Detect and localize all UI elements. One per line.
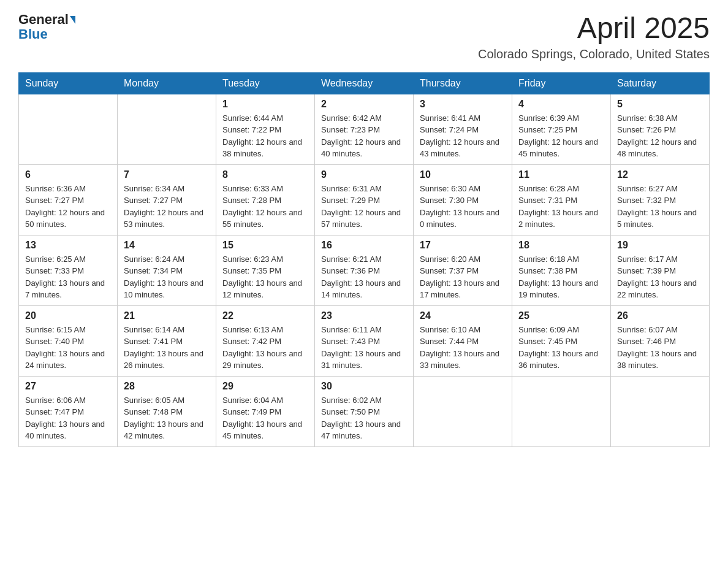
day-number: 28 [124, 381, 210, 392]
day-info: Sunrise: 6:06 AMSunset: 7:47 PMDaylight:… [25, 394, 111, 442]
day-info: Sunrise: 6:27 AMSunset: 7:32 PMDaylight:… [617, 183, 703, 231]
day-info: Sunrise: 6:04 AMSunset: 7:49 PMDaylight:… [222, 394, 308, 442]
calendar-cell [414, 376, 512, 446]
day-info: Sunrise: 6:34 AMSunset: 7:27 PMDaylight:… [124, 183, 210, 231]
day-info: Sunrise: 6:09 AMSunset: 7:45 PMDaylight:… [518, 324, 604, 372]
calendar-cell: 1Sunrise: 6:44 AMSunset: 7:22 PMDaylight… [216, 94, 315, 164]
day-number: 2 [321, 99, 407, 110]
day-number: 3 [420, 99, 506, 110]
calendar-cell: 20Sunrise: 6:15 AMSunset: 7:40 PMDayligh… [19, 305, 118, 376]
day-number: 6 [25, 169, 111, 180]
calendar-cell: 23Sunrise: 6:11 AMSunset: 7:43 PMDayligh… [315, 305, 414, 376]
day-number: 14 [124, 240, 210, 251]
calendar-cell: 25Sunrise: 6:09 AMSunset: 7:45 PMDayligh… [512, 305, 611, 376]
day-info: Sunrise: 6:33 AMSunset: 7:28 PMDaylight:… [222, 183, 308, 231]
day-info: Sunrise: 6:02 AMSunset: 7:50 PMDaylight:… [321, 394, 407, 442]
calendar-cell: 2Sunrise: 6:42 AMSunset: 7:23 PMDaylight… [315, 94, 414, 164]
col-header-monday: Monday [118, 72, 216, 94]
day-number: 11 [518, 169, 604, 180]
day-info: Sunrise: 6:20 AMSunset: 7:37 PMDaylight:… [420, 253, 506, 301]
calendar-cell: 26Sunrise: 6:07 AMSunset: 7:46 PMDayligh… [611, 305, 710, 376]
day-number: 10 [420, 169, 506, 180]
calendar-week-row: 20Sunrise: 6:15 AMSunset: 7:40 PMDayligh… [19, 305, 710, 376]
col-header-sunday: Sunday [19, 72, 118, 94]
day-number: 13 [25, 240, 111, 251]
calendar-cell: 27Sunrise: 6:06 AMSunset: 7:47 PMDayligh… [19, 376, 118, 446]
day-number: 16 [321, 240, 407, 251]
day-number: 5 [617, 99, 703, 110]
calendar-cell: 8Sunrise: 6:33 AMSunset: 7:28 PMDaylight… [216, 164, 315, 235]
day-number: 27 [25, 381, 111, 392]
day-info: Sunrise: 6:17 AMSunset: 7:39 PMDaylight:… [617, 253, 703, 301]
day-info: Sunrise: 6:13 AMSunset: 7:42 PMDaylight:… [222, 324, 308, 372]
day-info: Sunrise: 6:24 AMSunset: 7:34 PMDaylight:… [124, 253, 210, 301]
calendar-week-row: 6Sunrise: 6:36 AMSunset: 7:27 PMDaylight… [19, 164, 710, 235]
day-info: Sunrise: 6:18 AMSunset: 7:38 PMDaylight:… [518, 253, 604, 301]
day-info: Sunrise: 6:25 AMSunset: 7:33 PMDaylight:… [25, 253, 111, 301]
col-header-friday: Friday [512, 72, 611, 94]
calendar-header-row: SundayMondayTuesdayWednesdayThursdayFrid… [19, 72, 710, 94]
calendar-week-row: 13Sunrise: 6:25 AMSunset: 7:33 PMDayligh… [19, 235, 710, 305]
calendar-cell: 18Sunrise: 6:18 AMSunset: 7:38 PMDayligh… [512, 235, 611, 305]
calendar-cell: 21Sunrise: 6:14 AMSunset: 7:41 PMDayligh… [118, 305, 216, 376]
calendar-cell: 17Sunrise: 6:20 AMSunset: 7:37 PMDayligh… [414, 235, 512, 305]
calendar-table: SundayMondayTuesdayWednesdayThursdayFrid… [18, 72, 710, 447]
month-title: April 2025 [478, 12, 710, 45]
day-number: 9 [321, 169, 407, 180]
calendar-cell [611, 376, 710, 446]
header-right: April 2025 Colorado Springs, Colorado, U… [478, 12, 710, 61]
day-number: 23 [321, 310, 407, 321]
day-info: Sunrise: 6:30 AMSunset: 7:30 PMDaylight:… [420, 183, 506, 231]
day-info: Sunrise: 6:28 AMSunset: 7:31 PMDaylight:… [518, 183, 604, 231]
day-number: 25 [518, 310, 604, 321]
calendar-week-row: 1Sunrise: 6:44 AMSunset: 7:22 PMDaylight… [19, 94, 710, 164]
location-text: Colorado Springs, Colorado, United State… [478, 47, 710, 61]
day-info: Sunrise: 6:39 AMSunset: 7:25 PMDaylight:… [518, 112, 604, 160]
col-header-thursday: Thursday [414, 72, 512, 94]
logo-triangle-icon [70, 16, 75, 24]
day-number: 29 [222, 381, 308, 392]
day-info: Sunrise: 6:10 AMSunset: 7:44 PMDaylight:… [420, 324, 506, 372]
day-info: Sunrise: 6:23 AMSunset: 7:35 PMDaylight:… [222, 253, 308, 301]
calendar-cell: 3Sunrise: 6:41 AMSunset: 7:24 PMDaylight… [414, 94, 512, 164]
col-header-wednesday: Wednesday [315, 72, 414, 94]
calendar-cell: 16Sunrise: 6:21 AMSunset: 7:36 PMDayligh… [315, 235, 414, 305]
day-number: 21 [124, 310, 210, 321]
calendar-cell: 5Sunrise: 6:38 AMSunset: 7:26 PMDaylight… [611, 94, 710, 164]
day-info: Sunrise: 6:14 AMSunset: 7:41 PMDaylight:… [124, 324, 210, 372]
col-header-tuesday: Tuesday [216, 72, 315, 94]
calendar-cell: 24Sunrise: 6:10 AMSunset: 7:44 PMDayligh… [414, 305, 512, 376]
calendar-cell: 14Sunrise: 6:24 AMSunset: 7:34 PMDayligh… [118, 235, 216, 305]
day-info: Sunrise: 6:05 AMSunset: 7:48 PMDaylight:… [124, 394, 210, 442]
day-number: 8 [222, 169, 308, 180]
day-info: Sunrise: 6:36 AMSunset: 7:27 PMDaylight:… [25, 183, 111, 231]
day-info: Sunrise: 6:38 AMSunset: 7:26 PMDaylight:… [617, 112, 703, 160]
logo-blue-text: Blue [18, 26, 48, 42]
col-header-saturday: Saturday [611, 72, 710, 94]
day-number: 7 [124, 169, 210, 180]
logo-general-text: General [18, 12, 69, 27]
day-info: Sunrise: 6:41 AMSunset: 7:24 PMDaylight:… [420, 112, 506, 160]
calendar-cell: 29Sunrise: 6:04 AMSunset: 7:49 PMDayligh… [216, 376, 315, 446]
day-number: 26 [617, 310, 703, 321]
day-number: 30 [321, 381, 407, 392]
calendar-cell: 30Sunrise: 6:02 AMSunset: 7:50 PMDayligh… [315, 376, 414, 446]
day-info: Sunrise: 6:44 AMSunset: 7:22 PMDaylight:… [222, 112, 308, 160]
day-number: 22 [222, 310, 308, 321]
logo-top-line: General [18, 12, 75, 27]
day-info: Sunrise: 6:11 AMSunset: 7:43 PMDaylight:… [321, 324, 407, 372]
calendar-cell: 11Sunrise: 6:28 AMSunset: 7:31 PMDayligh… [512, 164, 611, 235]
day-number: 4 [518, 99, 604, 110]
calendar-cell: 7Sunrise: 6:34 AMSunset: 7:27 PMDaylight… [118, 164, 216, 235]
calendar-cell: 13Sunrise: 6:25 AMSunset: 7:33 PMDayligh… [19, 235, 118, 305]
day-number: 17 [420, 240, 506, 251]
calendar-cell: 6Sunrise: 6:36 AMSunset: 7:27 PMDaylight… [19, 164, 118, 235]
calendar-cell [19, 94, 118, 164]
day-number: 12 [617, 169, 703, 180]
day-number: 24 [420, 310, 506, 321]
calendar-cell [512, 376, 611, 446]
calendar-cell: 4Sunrise: 6:39 AMSunset: 7:25 PMDaylight… [512, 94, 611, 164]
day-number: 19 [617, 240, 703, 251]
day-info: Sunrise: 6:21 AMSunset: 7:36 PMDaylight:… [321, 253, 407, 301]
calendar-cell: 15Sunrise: 6:23 AMSunset: 7:35 PMDayligh… [216, 235, 315, 305]
